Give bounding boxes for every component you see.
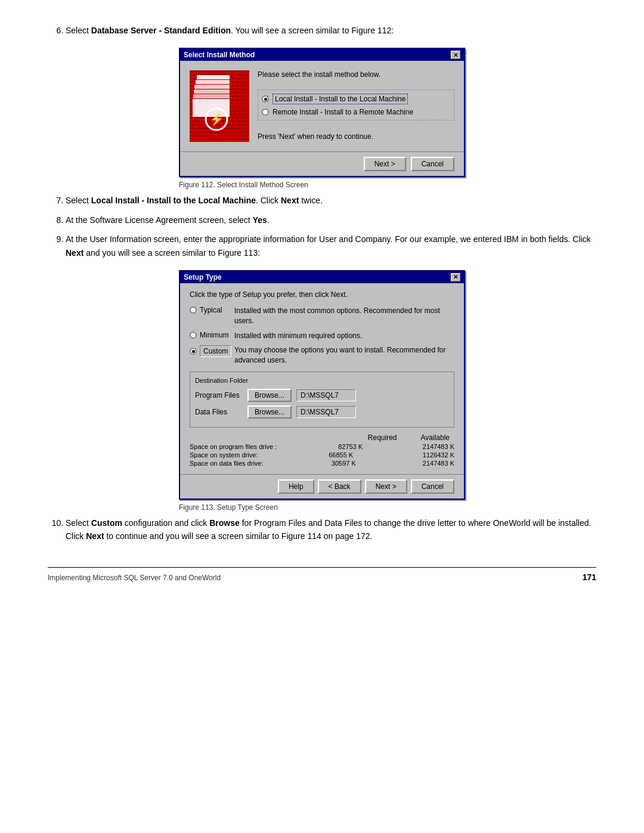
typical-radio[interactable] bbox=[190, 306, 197, 314]
next-button[interactable]: Next > bbox=[364, 157, 406, 171]
step6-text: Select Database Server - Standard Editio… bbox=[66, 26, 394, 35]
install-method-label: Please select the install method below. bbox=[258, 70, 454, 79]
close-icon[interactable]: ✕ bbox=[451, 51, 460, 59]
svg-text:⚡: ⚡ bbox=[209, 112, 224, 126]
setup-type-dialog: Setup Type ✕ Click the type of Setup you… bbox=[179, 270, 465, 500]
dialog-content: Please select the install method below. … bbox=[258, 70, 454, 142]
custom-row: Custom You may choose the options you wa… bbox=[190, 345, 454, 366]
step10-bold3: Next bbox=[86, 531, 104, 541]
fig112-caption: Figure 112. Select Install Method Screen bbox=[179, 181, 465, 189]
cancel-button[interactable]: Cancel bbox=[411, 157, 454, 171]
setup-footer: Help < Back Next > Cancel bbox=[180, 474, 464, 498]
setup-titlebar: Setup Type ✕ bbox=[180, 271, 464, 283]
setup-desc: Click the type of Setup you prefer, then… bbox=[190, 290, 454, 299]
space3-avail: 2147483 K bbox=[407, 460, 454, 467]
typical-label: Typical bbox=[200, 306, 222, 314]
setup-title: Setup Type bbox=[184, 273, 222, 281]
space-row-1: Space on program files drive : 82753 K 2… bbox=[190, 443, 454, 450]
svg-rect-3 bbox=[194, 89, 230, 94]
space-row-3: Space on data files drive: 30597 K 21474… bbox=[190, 460, 454, 467]
step9-bold: Next bbox=[66, 248, 83, 258]
svg-rect-0 bbox=[197, 75, 230, 79]
step7-bold: Local Install - Install to the Local Mac… bbox=[91, 196, 256, 205]
logo-image: ⚡ bbox=[190, 70, 249, 142]
step-8: At the Software License Agreement screen… bbox=[66, 213, 596, 227]
minimum-desc: Installed with minimum required options. bbox=[234, 331, 454, 341]
space1-avail: 2147483 K bbox=[407, 443, 454, 450]
svg-rect-1 bbox=[196, 80, 230, 84]
step-10: Select Custom configuration and click Br… bbox=[66, 516, 596, 543]
dialog-body: ⚡ Please select the install method below… bbox=[180, 61, 464, 151]
fig113-caption: Figure 113. Setup Type Screen bbox=[179, 503, 465, 512]
figure-112-container: Select Install Method ✕ bbox=[48, 48, 596, 189]
svg-rect-4 bbox=[193, 94, 230, 98]
setup-body: Click the type of Setup you prefer, then… bbox=[180, 283, 464, 474]
dialog-titlebar: Select Install Method ✕ bbox=[180, 49, 464, 61]
available-header: Available bbox=[421, 433, 450, 442]
custom-desc: You may choose the options you want to i… bbox=[234, 345, 454, 366]
local-install-radio[interactable] bbox=[262, 95, 269, 103]
custom-label-cell[interactable]: Custom bbox=[190, 345, 228, 357]
step7-bold2: Next bbox=[281, 196, 299, 205]
space3-req: 30597 K bbox=[314, 460, 356, 467]
footer-text: Implementing Microsoft SQL Server 7.0 an… bbox=[48, 574, 221, 582]
local-install-radio-item[interactable]: Local Install - Install to the Local Mac… bbox=[262, 94, 450, 104]
help-button[interactable]: Help bbox=[278, 479, 314, 494]
dest-folder-title: Destination Folder bbox=[195, 377, 449, 384]
browse-data-button[interactable]: Browse... bbox=[247, 405, 292, 419]
data-files-path: D:\MSSQL7 bbox=[296, 406, 356, 418]
radio-group: Local Install - Install to the Local Mac… bbox=[258, 89, 454, 120]
custom-radio[interactable] bbox=[190, 348, 197, 355]
minimum-label: Minimum bbox=[200, 331, 229, 339]
svg-rect-2 bbox=[194, 85, 230, 89]
step7-text: Select Local Install - Install to the Lo… bbox=[66, 196, 323, 205]
data-files-label: Data Files bbox=[195, 408, 243, 416]
data-files-row: Data Files Browse... D:\MSSQL7 bbox=[195, 405, 449, 419]
space3-label: Space on data files drive: bbox=[190, 460, 264, 467]
destination-folder-group: Destination Folder Program Files Browse.… bbox=[190, 371, 454, 428]
step9-text: At the User Information screen, enter th… bbox=[66, 234, 591, 244]
space1-label: Space on program files drive : bbox=[190, 443, 277, 450]
space1-req: 82753 K bbox=[321, 443, 363, 450]
step8-bold: Yes bbox=[253, 215, 267, 225]
step10-text: Select Custom configuration and click Br… bbox=[66, 518, 591, 541]
step-7: Select Local Install - Install to the Lo… bbox=[66, 194, 596, 207]
remote-install-radio[interactable] bbox=[262, 109, 269, 116]
step10-bold2: Browse bbox=[209, 518, 240, 528]
minimum-radio[interactable] bbox=[190, 332, 197, 339]
space-info: Required Available Space on program file… bbox=[190, 433, 454, 467]
space2-label: Space on system drive: bbox=[190, 451, 258, 459]
step6-bold: Database Server - Standard Edition bbox=[91, 26, 231, 35]
step-9: At the User Information screen, enter th… bbox=[66, 233, 596, 259]
step10-bold: Custom bbox=[91, 518, 122, 528]
program-files-label: Program Files bbox=[195, 391, 243, 400]
select-install-method-dialog: Select Install Method ✕ bbox=[179, 48, 465, 177]
space2-req: 66855 K bbox=[311, 451, 353, 459]
dialog-title: Select Install Method bbox=[184, 51, 255, 59]
setup-close-icon[interactable]: ✕ bbox=[451, 273, 460, 281]
remote-install-radio-item[interactable]: Remote Install - Install to a Remote Mac… bbox=[262, 108, 450, 116]
custom-label: Custom bbox=[200, 345, 231, 357]
minimum-label-cell[interactable]: Minimum bbox=[190, 331, 228, 339]
browse-program-button[interactable]: Browse... bbox=[247, 389, 292, 402]
page-content: Select Database Server - Standard Editio… bbox=[48, 24, 596, 582]
typical-desc: Installed with the most common options. … bbox=[234, 306, 454, 326]
typical-label-cell[interactable]: Typical bbox=[190, 306, 228, 314]
local-install-label: Local Install - Install to the Local Mac… bbox=[273, 94, 408, 104]
back-button[interactable]: < Back bbox=[318, 479, 361, 494]
minimum-row: Minimum Installed with minimum required … bbox=[190, 331, 454, 341]
program-files-path: D:\MSSQL7 bbox=[296, 389, 356, 401]
space2-avail: 1126432 K bbox=[407, 451, 454, 459]
typical-row: Typical Installed with the most common o… bbox=[190, 306, 454, 326]
next-button-2[interactable]: Next > bbox=[365, 479, 407, 494]
cancel-button-2[interactable]: Cancel bbox=[411, 479, 454, 494]
program-files-row: Program Files Browse... D:\MSSQL7 bbox=[195, 389, 449, 402]
page-number: 171 bbox=[583, 572, 596, 582]
step6-text2: . You will see a screen similar to Figur… bbox=[231, 26, 394, 35]
press-next-text: Press 'Next' when ready to continue. bbox=[258, 132, 454, 141]
remote-install-label: Remote Install - Install to a Remote Mac… bbox=[273, 108, 413, 116]
step-6: Select Database Server - Standard Editio… bbox=[66, 24, 596, 37]
space-header: Required Available bbox=[190, 433, 454, 442]
figure-113-container: Setup Type ✕ Click the type of Setup you… bbox=[48, 270, 596, 512]
required-header: Required bbox=[368, 433, 397, 442]
